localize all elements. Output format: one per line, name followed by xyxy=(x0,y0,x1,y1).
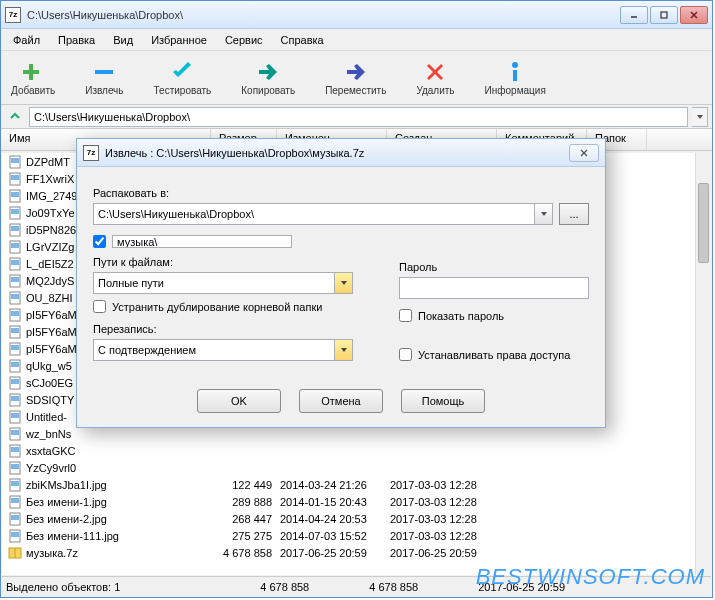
file-row[interactable]: Без имени-1.jpg289 8882014-01-15 20:4320… xyxy=(2,493,711,510)
overwrite-combo[interactable]: С подтверждением xyxy=(93,339,353,361)
toolbar-arrow-right2[interactable]: Переместить xyxy=(321,57,390,98)
toolbar-arrow-right[interactable]: Копировать xyxy=(237,57,299,98)
file-size: 275 275 xyxy=(214,530,280,542)
extract-to-value: C:\Users\Никушенька\Dropbox\ xyxy=(98,208,254,220)
file-name: YzCy9vrl0 xyxy=(26,462,214,474)
image-icon xyxy=(8,223,22,237)
menu-0[interactable]: Файл xyxy=(5,32,48,48)
file-row[interactable]: музыка.7z4 678 8582017-06-25 20:592017-0… xyxy=(2,544,711,561)
status-size1: 4 678 858 xyxy=(260,581,309,593)
check-icon xyxy=(169,59,195,85)
ok-button[interactable]: OK xyxy=(197,389,281,413)
show-password-checkbox[interactable] xyxy=(399,309,412,322)
subfolder-checkbox[interactable] xyxy=(93,235,106,248)
image-icon xyxy=(8,342,22,356)
status-size2: 4 678 858 xyxy=(369,581,418,593)
image-icon xyxy=(8,240,22,254)
file-created: 2017-03-03 12:28 xyxy=(390,513,500,525)
archive-icon xyxy=(8,546,22,560)
path-text: C:\Users\Никушенька\Dropbox\ xyxy=(34,111,190,123)
menu-3[interactable]: Избранное xyxy=(143,32,215,48)
image-icon xyxy=(8,478,22,492)
image-icon xyxy=(8,359,22,373)
minus-icon xyxy=(91,59,117,85)
image-icon xyxy=(8,427,22,441)
address-bar: C:\Users\Никушенька\Dropbox\ xyxy=(1,105,712,129)
toolbar-x[interactable]: Удалить xyxy=(412,57,458,98)
svg-rect-16 xyxy=(11,226,19,231)
close-button[interactable] xyxy=(680,6,708,24)
file-size: 4 678 858 xyxy=(214,547,280,559)
up-button[interactable] xyxy=(5,107,25,127)
titlebar[interactable]: 7z C:\Users\Никушенька\Dropbox\ xyxy=(1,1,712,29)
path-dropdown[interactable] xyxy=(692,107,708,127)
image-icon xyxy=(8,529,22,543)
maximize-button[interactable] xyxy=(650,6,678,24)
plus-icon xyxy=(20,59,46,85)
file-row[interactable]: Без имени-2.jpg268 4472014-04-24 20:5320… xyxy=(2,510,711,527)
menu-2[interactable]: Вид xyxy=(105,32,141,48)
svg-rect-38 xyxy=(11,413,19,418)
dialog-title: Извлечь : C:\Users\Никушенька\Dropbox\му… xyxy=(105,147,569,159)
svg-rect-4 xyxy=(95,70,113,74)
browse-button[interactable]: ... xyxy=(559,203,589,225)
eliminate-dup-label: Устранить дублирование корневой папки xyxy=(112,301,322,313)
file-created: 2017-03-03 12:28 xyxy=(390,530,500,542)
toolbar-label: Информация xyxy=(485,85,546,96)
paths-combo[interactable]: Полные пути xyxy=(93,272,353,294)
image-icon xyxy=(8,461,22,475)
toolbar-label: Тестировать xyxy=(154,85,212,96)
menu-4[interactable]: Сервис xyxy=(217,32,271,48)
dialog-close-button[interactable] xyxy=(569,144,599,162)
minimize-button[interactable] xyxy=(620,6,648,24)
cancel-button[interactable]: Отмена xyxy=(299,389,383,413)
svg-point-5 xyxy=(512,62,518,68)
menu-1[interactable]: Правка xyxy=(50,32,103,48)
toolbar-check[interactable]: Тестировать xyxy=(150,57,216,98)
dialog-titlebar[interactable]: 7z Извлечь : C:\Users\Никушенька\Dropbox… xyxy=(77,139,605,167)
file-row[interactable]: Без имени-111.jpg275 2752014-07-03 15:52… xyxy=(2,527,711,544)
set-perms-checkbox[interactable] xyxy=(399,348,412,361)
file-row[interactable]: xsxtaGKC xyxy=(2,442,711,459)
scrollbar[interactable] xyxy=(695,153,711,575)
file-name: wz_bnNs xyxy=(26,428,214,440)
image-icon xyxy=(8,308,22,322)
file-name: Без имени-2.jpg xyxy=(26,513,214,525)
file-row[interactable]: YzCy9vrl0 xyxy=(2,459,711,476)
watermark: BESTWINSOFT.COM xyxy=(476,564,705,590)
path-input[interactable]: C:\Users\Никушенька\Dropbox\ xyxy=(29,107,688,127)
extract-to-combo[interactable]: C:\Users\Никушенька\Dropbox\ xyxy=(93,203,553,225)
subfolder-input[interactable] xyxy=(112,235,292,248)
file-name: xsxtaGKC xyxy=(26,445,214,457)
file-size: 122 449 xyxy=(214,479,280,491)
app-icon: 7z xyxy=(5,7,21,23)
image-icon xyxy=(8,155,22,169)
image-icon xyxy=(8,325,22,339)
file-row[interactable]: zbiKMsJba1I.jpg122 4492014-03-24 21:2620… xyxy=(2,476,711,493)
svg-rect-34 xyxy=(11,379,19,384)
help-button[interactable]: Помощь xyxy=(401,389,485,413)
svg-rect-24 xyxy=(11,294,19,299)
chevron-down-icon[interactable] xyxy=(334,340,352,360)
menu-5[interactable]: Справка xyxy=(273,32,332,48)
arrow-right-icon xyxy=(255,59,281,85)
chevron-down-icon[interactable] xyxy=(534,204,552,224)
toolbar-plus[interactable]: Добавить xyxy=(7,57,59,98)
password-input[interactable] xyxy=(399,277,589,299)
extract-to-label: Распаковать в: xyxy=(93,187,589,199)
svg-rect-20 xyxy=(11,260,19,265)
svg-rect-42 xyxy=(11,447,19,452)
image-icon xyxy=(8,512,22,526)
file-name: Без имени-111.jpg xyxy=(26,530,214,542)
toolbar-minus[interactable]: Извлечь xyxy=(81,57,127,98)
toolbar: ДобавитьИзвлечьТестироватьКопироватьПере… xyxy=(1,51,712,105)
chevron-down-icon[interactable] xyxy=(334,273,352,293)
eliminate-dup-checkbox[interactable] xyxy=(93,300,106,313)
extract-dialog: 7z Извлечь : C:\Users\Никушенька\Dropbox… xyxy=(76,138,606,428)
file-modified: 2014-03-24 21:26 xyxy=(280,479,390,491)
image-icon xyxy=(8,495,22,509)
toolbar-info[interactable]: Информация xyxy=(481,57,550,98)
svg-rect-8 xyxy=(11,158,19,163)
x-icon xyxy=(422,59,448,85)
scrollbar-thumb[interactable] xyxy=(698,183,709,263)
